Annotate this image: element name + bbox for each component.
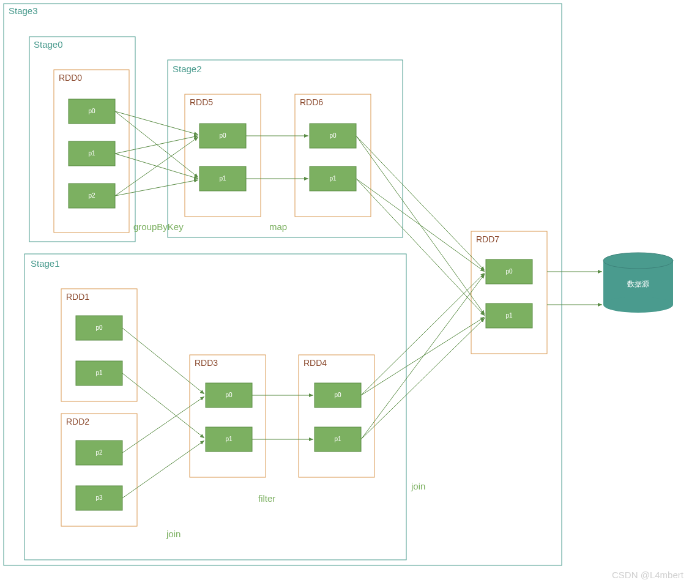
dag-diagram: Stage3 Stage0 RDD0 p0 p1 p2 Stage2 RDD5 … [0,0,700,588]
rdd0-p1-label: p1 [88,150,95,157]
arrow-r4p0-r7p0 [361,273,485,395]
rdd6-p1-label: p1 [329,175,337,182]
arrow-r1p1-r3p1 [122,373,204,438]
arrow-r2p2-r3p0 [122,396,204,453]
rdd7-p0-label: p0 [505,268,513,275]
rdd4-box [299,355,374,477]
rdd7-label: RDD7 [476,234,499,244]
arrow-r0p2-r5p0 [115,137,198,196]
arrow-r6p1-r7p0 [356,179,485,272]
arrow-r0p0-r5p0 [115,111,198,135]
op-join-right: join [411,481,425,491]
rdd1-p0-label: p0 [95,324,103,331]
rdd4-p1-label: p1 [334,436,341,442]
arrow-r4p0-r7p1 [361,317,485,395]
rdd1-p1-label: p1 [95,370,103,376]
stage2-label: Stage2 [173,64,202,74]
rdd7-box [471,231,547,354]
arrow-r0p2-r5p1 [115,180,198,196]
arrow-r0p1-r5p0 [115,136,198,154]
rdd6-box [295,94,371,217]
rdd5-p0-label: p0 [219,132,226,139]
rdd0-p0-label: p0 [88,108,95,114]
arrow-r6p1-r7p1 [356,179,485,316]
rdd6-label: RDD6 [300,97,323,107]
op-join-bottom: join [166,529,181,539]
stage3-label: Stage3 [9,6,38,16]
rdd7-p1-label: p1 [505,312,513,319]
rdd0-label: RDD0 [59,73,82,83]
rdd3-p1-label: p1 [225,436,233,442]
stage1-label: Stage1 [31,258,60,269]
op-groupbykey: groupByKey [133,221,184,232]
arrow-r1p0-r3p0 [122,328,204,394]
rdd3-p0-label: p0 [225,392,233,398]
stage3-box [4,4,562,565]
rdd6-p0-label: p0 [329,132,337,139]
rdd2-label: RDD2 [66,417,89,426]
rdd5-label: RDD5 [190,97,213,107]
rdd1-label: RDD1 [66,292,89,302]
arrow-r4p1-r7p0 [361,274,485,439]
rdd0-p2-label: p2 [88,192,95,199]
svg-point-2 [603,297,673,313]
rdd4-p0-label: p0 [334,392,341,398]
arrow-r4p1-r7p1 [361,318,485,439]
stage0-box [29,37,135,242]
arrow-r2p3-r3p1 [122,441,204,498]
op-map: map [269,221,287,232]
rdd4-label: RDD4 [303,358,327,368]
stage2-box [168,60,403,237]
rdd5-box [185,94,261,217]
stage0-label: Stage0 [34,39,63,50]
rdd3-box [190,355,266,477]
rdd5-p1-label: p1 [219,175,226,182]
watermark: CSDN @L4mbert [612,570,684,580]
rdd2-p2-label: p2 [95,449,103,456]
datasource-label: 数据源 [627,280,649,288]
rdd3-label: RDD3 [195,358,218,368]
op-filter: filter [258,493,275,504]
rdd2-p3-label: p3 [95,494,103,501]
arrow-r6p0-r7p0 [356,136,485,270]
datasource-cylinder: 数据源 [603,253,673,313]
